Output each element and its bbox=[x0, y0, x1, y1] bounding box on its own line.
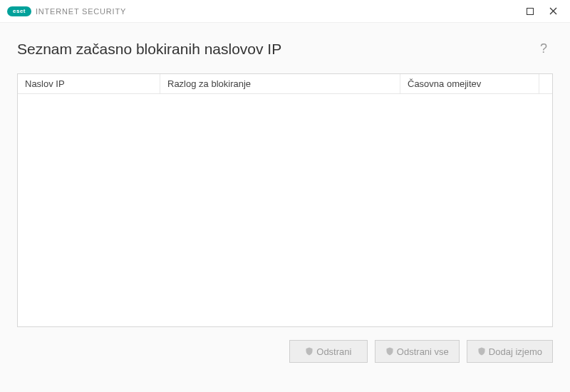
shield-icon bbox=[305, 347, 314, 356]
heading-row: Seznam začasno blokiranih naslovov IP ? bbox=[0, 23, 570, 73]
table-body bbox=[18, 94, 552, 326]
column-header-ip[interactable]: Naslov IP bbox=[18, 74, 160, 93]
blocked-ip-table: Naslov IP Razlog za blokiranje Časovna o… bbox=[17, 73, 553, 327]
maximize-icon bbox=[527, 8, 534, 15]
page-title: Seznam začasno blokiranih naslovov IP bbox=[17, 41, 281, 58]
remove-all-button-label: Odstrani vse bbox=[397, 346, 449, 357]
help-icon: ? bbox=[540, 41, 547, 56]
close-button[interactable] bbox=[542, 1, 564, 21]
content: Naslov IP Razlog za blokiranje Časovna o… bbox=[0, 73, 570, 327]
shield-icon bbox=[385, 347, 394, 356]
maximize-button[interactable] bbox=[519, 1, 542, 21]
remove-button[interactable]: Odstrani bbox=[289, 340, 368, 363]
footer: Odstrani Odstrani vse Dodaj izjemo bbox=[0, 327, 570, 363]
add-exception-button[interactable]: Dodaj izjemo bbox=[467, 340, 553, 363]
brand: eset INTERNET SECURITY bbox=[7, 6, 126, 16]
close-icon bbox=[549, 7, 557, 15]
brand-text: INTERNET SECURITY bbox=[36, 7, 126, 16]
svg-rect-0 bbox=[527, 8, 534, 14]
brand-logo: eset bbox=[7, 6, 31, 16]
table-header: Naslov IP Razlog za blokiranje Časovna o… bbox=[18, 74, 552, 94]
shield-icon bbox=[477, 347, 486, 356]
remove-button-label: Odstrani bbox=[316, 346, 351, 357]
help-button[interactable]: ? bbox=[534, 38, 553, 59]
titlebar: eset INTERNET SECURITY bbox=[0, 0, 570, 23]
remove-all-button[interactable]: Odstrani vse bbox=[375, 340, 460, 363]
column-header-gutter bbox=[539, 74, 552, 93]
column-header-time[interactable]: Časovna omejitev bbox=[400, 74, 539, 93]
add-exception-button-label: Dodaj izjemo bbox=[489, 346, 542, 357]
column-header-reason[interactable]: Razlog za blokiranje bbox=[160, 74, 400, 93]
